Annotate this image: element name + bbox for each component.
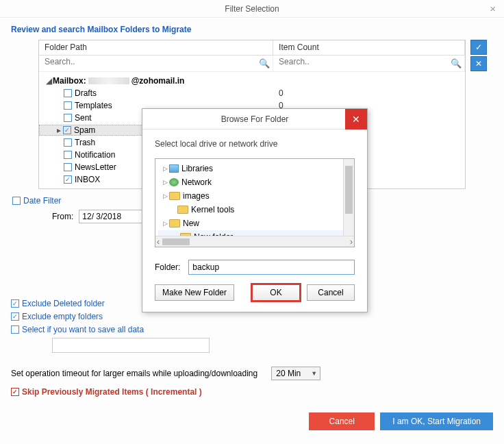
dialog-cancel-button[interactable]: Cancel bbox=[307, 284, 355, 301]
expand-icon[interactable]: ▷ bbox=[161, 193, 169, 199]
search-icon[interactable]: 🔍 bbox=[451, 58, 462, 69]
expand-icon[interactable]: ▸ bbox=[55, 125, 63, 135]
exclude-deleted-label: Exclude Deleted folder bbox=[22, 299, 105, 308]
folder-icon bbox=[169, 192, 180, 200]
close-icon[interactable]: × bbox=[490, 0, 496, 18]
window-title-bar: Filter Selection × bbox=[0, 0, 504, 18]
folder-name[interactable]: NewsLetter bbox=[75, 162, 116, 172]
folder-name[interactable]: Notification bbox=[75, 150, 115, 160]
save-all-label: Select if you want to save all data bbox=[22, 325, 144, 334]
folder-name[interactable]: Templates bbox=[75, 101, 112, 110]
folder-name[interactable]: Drafts bbox=[75, 88, 97, 98]
date-filter-label: Date Filter bbox=[23, 196, 61, 206]
from-date-input[interactable]: 12/ 3/2018 bbox=[79, 210, 147, 223]
search-icon[interactable]: 🔍 bbox=[259, 58, 270, 69]
folder-name[interactable]: INBOX bbox=[75, 175, 100, 184]
col-folder-path[interactable]: Folder Path bbox=[39, 40, 273, 55]
mailbox-user-obscured bbox=[88, 77, 129, 84]
folder-checkbox[interactable]: ✓ bbox=[63, 126, 71, 134]
folder-tree-panel: ▷Libraries ▷Network ▷images Kernel tools… bbox=[155, 158, 355, 247]
libraries-icon bbox=[169, 164, 179, 173]
check-all-button[interactable]: ✓ bbox=[470, 40, 487, 55]
tree-node[interactable]: images bbox=[183, 191, 210, 201]
folder-checkbox[interactable] bbox=[64, 138, 72, 147]
start-migration-button[interactable]: I am OK, Start Migration bbox=[380, 412, 493, 430]
folder-checkbox[interactable] bbox=[64, 163, 72, 171]
dialog-title: Browse For Folder bbox=[221, 114, 289, 124]
mailbox-label: Mailbox: bbox=[53, 76, 86, 86]
folder-name[interactable]: Spam bbox=[74, 125, 95, 135]
make-new-folder-button[interactable]: Make New Folder bbox=[155, 284, 234, 301]
date-filter-checkbox[interactable] bbox=[12, 197, 21, 205]
from-label: From: bbox=[52, 212, 73, 221]
folder-count: 0 bbox=[273, 88, 465, 98]
collapse-icon[interactable]: ◢ bbox=[45, 76, 53, 86]
expand-icon[interactable]: ▷ bbox=[161, 165, 169, 172]
folder-checkbox[interactable] bbox=[64, 151, 72, 159]
folder-checkbox[interactable] bbox=[64, 114, 72, 122]
skip-migrated-checkbox[interactable]: ✓ bbox=[11, 388, 19, 396]
cancel-button[interactable]: Cancel bbox=[309, 412, 375, 430]
tree-node[interactable]: Network bbox=[181, 177, 212, 187]
chevron-down-icon: ▼ bbox=[311, 370, 317, 377]
window-title: Filter Selection bbox=[225, 4, 279, 14]
dialog-close-button[interactable]: ✕ bbox=[345, 109, 367, 130]
save-all-checkbox[interactable] bbox=[11, 325, 19, 334]
search-path-input[interactable] bbox=[45, 57, 259, 66]
timeout-label: Set operation timeout for larger emails … bbox=[11, 369, 257, 378]
ok-button[interactable]: OK bbox=[252, 284, 300, 301]
folder-icon bbox=[169, 219, 180, 227]
folder-checkbox[interactable] bbox=[64, 89, 72, 97]
exclude-empty-label: Exclude empty folders bbox=[22, 312, 103, 321]
folder-checkbox[interactable]: ✓ bbox=[64, 175, 72, 184]
expand-icon[interactable]: ▷ bbox=[161, 179, 169, 186]
tree-node[interactable]: New bbox=[183, 219, 199, 228]
browse-folder-dialog: Browse For Folder ✕ Select local drive o… bbox=[142, 108, 368, 312]
skip-migrated-label: Skip Previously Migrated Items ( Increme… bbox=[22, 387, 202, 397]
folder-name-input[interactable] bbox=[188, 260, 355, 275]
folder-checkbox[interactable] bbox=[64, 101, 72, 110]
uncheck-all-button[interactable]: ✕ bbox=[470, 56, 487, 71]
search-count-input[interactable] bbox=[279, 57, 451, 66]
vertical-scrollbar[interactable] bbox=[343, 159, 354, 236]
save-path-input[interactable] bbox=[52, 338, 210, 353]
folder-field-label: Folder: bbox=[155, 262, 180, 272]
network-icon bbox=[169, 178, 179, 186]
horizontal-scrollbar[interactable]: ‹› bbox=[155, 236, 354, 247]
mailbox-domain: @zohomail.in bbox=[131, 76, 185, 86]
tree-node[interactable]: Kernel tools bbox=[191, 205, 234, 214]
exclude-deleted-checkbox[interactable]: ✓ bbox=[11, 299, 19, 308]
folder-name[interactable]: Trash bbox=[75, 138, 95, 147]
dialog-instruction: Select local drive or network drive bbox=[155, 139, 355, 149]
expand-icon[interactable]: ▷ bbox=[161, 220, 169, 227]
exclude-empty-checkbox[interactable]: ✓ bbox=[11, 312, 19, 321]
col-item-count[interactable]: Item Count bbox=[273, 40, 465, 55]
folder-name[interactable]: Sent bbox=[75, 113, 92, 123]
review-heading: Review and search Mailbox Folders to Mig… bbox=[11, 25, 493, 34]
timeout-select[interactable]: 20 Min▼ bbox=[271, 367, 320, 380]
folder-icon bbox=[177, 206, 188, 214]
tree-node[interactable]: Libraries bbox=[181, 164, 213, 173]
